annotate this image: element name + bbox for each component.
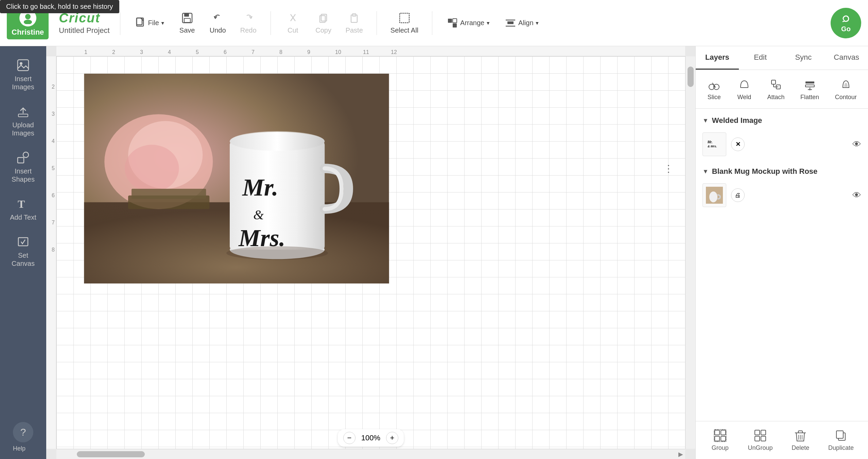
arrange-arrow: ▼ (486, 20, 490, 26)
svg-rect-49 (805, 85, 814, 87)
copy-button[interactable]: Copy (312, 10, 335, 36)
svg-text:Mr.: Mr. (242, 174, 278, 201)
upload-images-icon (16, 104, 31, 119)
help-button[interactable]: ? (13, 422, 33, 442)
canvas-grid: Mr. & Mrs. ⋮ (56, 56, 685, 449)
arrange-button[interactable]: Arrange ▼ (442, 15, 494, 32)
svg-point-19 (20, 62, 22, 65)
align-icon (504, 17, 517, 30)
sidebar-item-insert-shapes[interactable]: Insert Shapes (3, 145, 44, 188)
zoom-plus-button[interactable]: + (386, 432, 398, 444)
ungroup-button[interactable]: UnGroup (745, 427, 776, 454)
panel-tools: Slice Weld Attach (696, 70, 868, 109)
scrollbar-vertical[interactable] (685, 56, 695, 449)
svg-point-0 (25, 14, 31, 19)
slice-tool[interactable]: Slice (705, 75, 723, 103)
sidebar-item-upload-images[interactable]: Upload Images (3, 99, 44, 142)
file-arrow: ▼ (160, 20, 165, 26)
save-button[interactable]: Save (175, 10, 199, 36)
paste-button[interactable]: Paste (342, 10, 366, 36)
select-all-button[interactable]: Select All (387, 10, 422, 36)
svg-rect-31 (132, 189, 206, 199)
svg-rect-18 (18, 60, 29, 71)
delete-button[interactable]: Delete (787, 427, 814, 454)
cut-button[interactable]: Cut (281, 10, 305, 36)
tab-canvas[interactable]: Canvas (825, 46, 868, 70)
scrollbar-horizontal[interactable]: ▶ (56, 449, 685, 459)
contour-icon (839, 77, 853, 92)
welded-layer-item[interactable]: Mr. & Mrs. ✕ 👁 (696, 129, 868, 160)
ruler-left: 2 3 4 5 6 7 8 (46, 56, 56, 449)
sidebar-item-set-canvas[interactable]: Set Canvas (3, 230, 44, 272)
topbar: Christine Cricut Untitled Project File ▼… (0, 0, 868, 46)
contour-tool[interactable]: Contour (833, 75, 859, 103)
three-dot-menu[interactable]: ⋮ (664, 163, 673, 174)
project-title[interactable]: Untitled Project (59, 26, 109, 35)
layers-area: ▼ Welded Image Mr. & Mrs. ✕ 👁 ▼ Blank Mu (696, 109, 868, 421)
paste-icon (348, 12, 361, 24)
layer-group-mug-header[interactable]: ▼ Blank Mug Mockup with Rose (696, 163, 868, 180)
tab-layers-label: Layers (705, 53, 729, 61)
redo-button[interactable]: Redo (237, 10, 260, 36)
contour-label: Contour (835, 94, 857, 101)
svg-rect-21 (18, 158, 24, 163)
align-button[interactable]: Align ▼ (501, 15, 543, 32)
go-button[interactable]: Go (831, 8, 861, 38)
attach-tool[interactable]: Attach (765, 75, 786, 103)
redo-icon (242, 12, 255, 24)
svg-rect-64 (761, 436, 766, 441)
panel-tabs: Layers Edit Sync Canvas (696, 46, 868, 70)
weld-tool[interactable]: Weld (735, 75, 753, 103)
ungroup-icon (753, 429, 767, 442)
undo-label: Undo (210, 26, 226, 34)
svg-text:&: & (253, 207, 264, 222)
sidebar-bottom: ? Help (13, 422, 33, 452)
zoom-minus-button[interactable]: − (343, 432, 355, 444)
toolbar-separator-2 (271, 11, 271, 35)
mug-thumb (702, 183, 726, 207)
svg-rect-12 (448, 19, 452, 23)
zoom-plus-label: + (390, 434, 395, 442)
duplicate-button[interactable]: Duplicate (825, 427, 857, 454)
sidebar-item-insert-images[interactable]: Insert Images (3, 53, 44, 96)
layer-group-welded-header[interactable]: ▼ Welded Image (696, 112, 868, 129)
zoom-value: 100% (359, 434, 383, 442)
tab-sync[interactable]: Sync (782, 46, 825, 70)
set-canvas-icon (16, 234, 31, 249)
ruler-top: 1 2 3 4 5 6 7 8 9 10 11 12 (56, 46, 685, 56)
flatten-tool[interactable]: Flatten (798, 75, 821, 103)
mug-visibility-toggle[interactable]: 👁 (852, 190, 861, 201)
insert-images-label: Insert Images (6, 75, 40, 91)
zoom-minus-label: − (347, 434, 352, 442)
go-icon (840, 13, 852, 25)
copy-label: Copy (315, 26, 331, 34)
svg-rect-71 (836, 431, 843, 438)
canvas-image-mug[interactable]: Mr. & Mrs. (84, 73, 389, 284)
svg-point-36 (230, 132, 325, 151)
welded-thumb: Mr. & Mrs. (702, 132, 726, 156)
upload-images-label: Upload Images (6, 121, 40, 137)
sidebar-item-add-text[interactable]: T Add Text (3, 191, 44, 226)
svg-rect-16 (507, 21, 514, 24)
align-arrow: ▼ (535, 20, 540, 26)
svg-rect-66 (798, 431, 802, 433)
zoom-controls: − 100% + (338, 429, 404, 447)
file-button[interactable]: File ▼ (131, 15, 169, 32)
go-label: Go (841, 25, 851, 33)
svg-text:T: T (18, 198, 25, 210)
canvas-area[interactable]: 1 2 3 4 5 6 7 8 9 10 11 12 2 3 4 5 6 7 8 (46, 46, 695, 459)
svg-text:& Mrs.: & Mrs. (708, 145, 717, 148)
redo-label: Redo (240, 26, 257, 34)
undo-button[interactable]: Undo (206, 10, 230, 36)
svg-rect-5 (184, 13, 189, 17)
arrange-icon (446, 17, 459, 30)
svg-point-1 (24, 20, 32, 24)
delete-icon (794, 429, 807, 442)
group-button[interactable]: Group (707, 427, 734, 454)
file-label: File (148, 19, 159, 27)
mug-layer-item[interactable]: 🖨 👁 (696, 180, 868, 210)
tab-layers[interactable]: Layers (696, 46, 739, 70)
welded-group-arrow: ▼ (702, 117, 709, 124)
welded-visibility-toggle[interactable]: 👁 (852, 139, 861, 150)
tab-edit[interactable]: Edit (739, 46, 782, 70)
